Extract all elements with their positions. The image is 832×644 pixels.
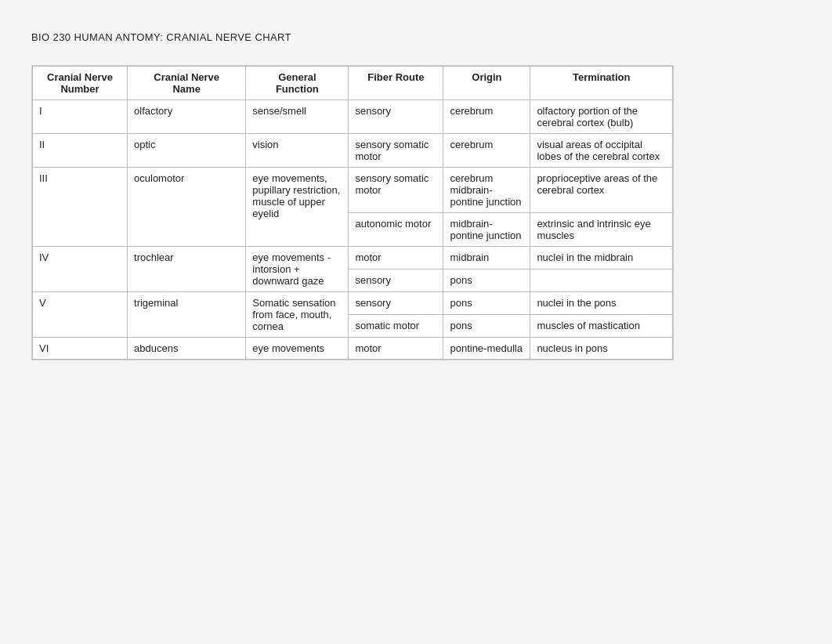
termination-III-2: extrinsic and intrinsic eye muscles	[530, 213, 673, 247]
termination-VI: nucleus in pons	[530, 338, 673, 360]
header-function: General Function	[246, 67, 349, 100]
termination-IV-2	[530, 270, 673, 292]
termination-V-2: muscles of mastication	[530, 315, 673, 338]
header-name: Cranial Nerve Name	[128, 67, 246, 100]
nerve-name-I: olfactory	[128, 100, 246, 134]
table-row: IV trochlear eye movements - intorsion +…	[33, 247, 673, 270]
table-row: III oculomotor eye movements, pupillary …	[33, 168, 673, 213]
nerve-number-V: V	[33, 292, 128, 338]
function-II: vision	[246, 134, 349, 168]
termination-V-1: nuclei in the pons	[530, 292, 673, 315]
origin-III-1: cerebrum midbrain-pontine junction	[443, 168, 530, 213]
table-row: I olfactory sense/smell sensory cerebrum…	[33, 100, 673, 134]
table-header-row: Cranial Nerve Number Cranial Nerve Name …	[33, 67, 673, 100]
function-III: eye movements, pupillary restriction, mu…	[246, 168, 349, 247]
termination-III-1: proprioceptive areas of the cerebral cor…	[530, 168, 673, 213]
fiber-III-2: autonomic motor	[349, 213, 443, 247]
origin-V-1: pons	[443, 292, 530, 315]
cranial-nerve-table: Cranial Nerve Number Cranial Nerve Name …	[32, 66, 673, 360]
page-title: BIO 230 HUMAN ANTOMY: CRANIAL NERVE CHAR…	[31, 31, 801, 43]
termination-IV-1: nuclei in the midbrain	[530, 247, 673, 270]
fiber-I: sensory	[349, 100, 443, 134]
nerve-name-III: oculomotor	[128, 168, 246, 247]
function-VI: eye movements	[246, 338, 349, 360]
origin-II: cerebrum	[443, 134, 530, 168]
header-fiber: Fiber Route	[349, 67, 443, 100]
function-V: Somatic sensation from face, mouth, corn…	[246, 292, 349, 338]
nerve-name-VI: abducens	[128, 338, 246, 360]
nerve-number-III: III	[33, 168, 128, 247]
header-termination: Termination	[530, 67, 673, 100]
nerve-name-IV: trochlear	[128, 247, 246, 292]
nerve-number-IV: IV	[33, 247, 128, 292]
origin-I: cerebrum	[443, 100, 530, 134]
fiber-III-1: sensory somatic motor	[349, 168, 443, 213]
table-row: II optic vision sensory somatic motor ce…	[33, 134, 673, 168]
origin-VI: pontine-medulla	[443, 338, 530, 360]
nerve-number-II: II	[33, 134, 128, 168]
header-number: Cranial Nerve Number	[33, 67, 128, 100]
fiber-V-1: sensory	[349, 292, 443, 315]
fiber-VI: motor	[349, 338, 443, 360]
nerve-name-II: optic	[128, 134, 246, 168]
fiber-II: sensory somatic motor	[349, 134, 443, 168]
origin-III-2: midbrain-pontine junction	[443, 213, 530, 247]
table-row: V trigeminal Somatic sensation from face…	[33, 292, 673, 315]
termination-II: visual areas of occipital lobes of the c…	[530, 134, 673, 168]
origin-IV-1: midbrain	[443, 247, 530, 270]
termination-I: olfactory portion of the cerebral cortex…	[530, 100, 673, 134]
fiber-IV-1: motor	[349, 247, 443, 270]
origin-IV-2: pons	[443, 270, 530, 292]
header-origin: Origin	[443, 67, 530, 100]
fiber-V-2: somatic motor	[349, 315, 443, 338]
function-I: sense/smell	[246, 100, 349, 134]
function-IV: eye movements - intorsion + downward gaz…	[246, 247, 349, 292]
cranial-nerve-table-wrapper: Cranial Nerve Number Cranial Nerve Name …	[31, 65, 674, 360]
fiber-IV-2: sensory	[349, 270, 443, 292]
nerve-name-V: trigeminal	[128, 292, 246, 338]
table-row: VI abducens eye movements motor pontine-…	[33, 338, 673, 360]
nerve-number-VI: VI	[33, 338, 128, 360]
origin-V-2: pons	[443, 315, 530, 338]
nerve-number-I: I	[33, 100, 128, 134]
